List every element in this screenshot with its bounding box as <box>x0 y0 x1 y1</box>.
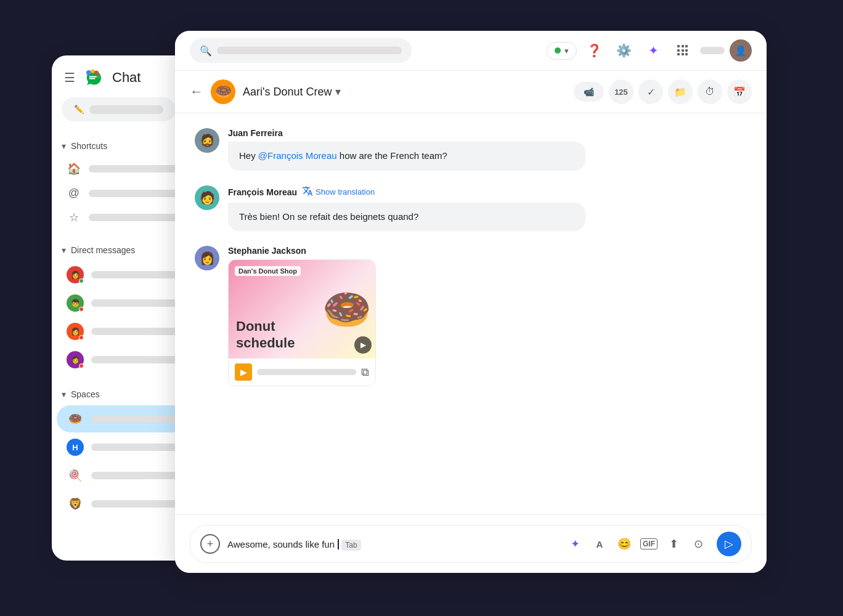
ai-assist-button[interactable]: ✦ <box>564 533 586 555</box>
home-icon: 🏠 <box>67 162 81 176</box>
card-title-text: Donut schedule <box>236 318 295 351</box>
juan-message-content: Juan Ferreira Hey @François Moreau how a… <box>228 128 747 171</box>
stephanie-sender-name: Stephanie Jackson <box>228 246 306 256</box>
francois-avatar-img: 🧑 <box>200 190 215 205</box>
card-title-line2: schedule <box>236 335 295 351</box>
dm-1-avatar: 👩 <box>67 266 84 283</box>
space-lion-icon: 🦁 <box>67 495 84 513</box>
card-title-bar <box>257 369 356 375</box>
settings-button[interactable]: ⚙️ <box>611 38 636 63</box>
sparkle-icon: ✦ <box>648 43 659 58</box>
shortcuts-title: Shortcuts <box>71 141 107 151</box>
message-group-francois: 🧑 François Moreau Show translation <box>195 185 747 232</box>
files-button[interactable]: 📁 <box>668 79 693 104</box>
folder-icon: 📁 <box>674 86 686 98</box>
video-call-button[interactable]: 📹 <box>574 82 604 102</box>
svg-point-4 <box>97 75 100 78</box>
send-button[interactable]: ▷ <box>717 532 741 556</box>
video-icon: 📹 <box>584 87 594 97</box>
chat-logo-svg <box>84 68 104 87</box>
new-chat-button[interactable]: ✏️ <box>62 97 176 121</box>
shop-label: Dan's Donut Shop <box>235 266 301 276</box>
menu-icon[interactable]: ☰ <box>64 70 75 85</box>
input-wrapper: + Awesome, sounds like fun Tab ✦ A 😊 GIF <box>190 525 752 563</box>
card-title-line1: Donut <box>236 318 275 334</box>
mention-francois: @François Moreau <box>258 150 337 161</box>
juan-avatar-img: 🧔 <box>200 133 215 148</box>
chat-header-actions: 📹 125 ✓ 📁 ⏱ 📅 <box>574 79 752 104</box>
dm-4-avatar: 👩 <box>67 351 84 368</box>
upload-button[interactable]: ⬆ <box>662 533 685 555</box>
dm-2-avatar: 👦 <box>67 294 84 312</box>
meetings-button[interactable]: ⏱ <box>698 79 722 104</box>
status-green-dot <box>555 47 561 54</box>
space-h-icon: H <box>67 439 84 456</box>
upload-icon: ⬆ <box>669 537 678 551</box>
add-attachment-button[interactable]: + <box>200 534 220 554</box>
calendar-icon: 📅 <box>733 86 746 98</box>
header-icons: ▾ ❓ ⚙️ ✦ <box>547 38 752 63</box>
gemini-button[interactable]: ✦ <box>641 38 666 63</box>
format-text-button[interactable]: A <box>588 533 611 555</box>
chat-window: 🔍 ▾ ❓ ⚙️ ✦ <box>175 31 767 573</box>
tasks-button[interactable]: ✓ <box>638 79 663 104</box>
stephanie-sender-row: Stephanie Jackson <box>228 246 747 256</box>
dm-4-status-dot <box>79 363 84 368</box>
dm-title: Direct messages <box>71 245 135 255</box>
card-play-icon[interactable]: ▶ <box>235 363 252 381</box>
starred-icon: ☆ <box>67 211 81 224</box>
message-input-area: + Awesome, sounds like fun Tab ✦ A 😊 GIF <box>175 514 767 573</box>
app-title: Chat <box>112 70 140 86</box>
search-icon: 🔍 <box>200 45 212 57</box>
spaces-chevron-icon: ▾ <box>62 389 66 399</box>
gif-button[interactable]: GIF <box>638 533 660 555</box>
dm-2-status-dot <box>79 307 84 312</box>
calendar-time-icon: ⏱ <box>705 86 715 97</box>
dm-chevron-icon: ▾ <box>62 245 66 255</box>
user-profile-avatar[interactable]: 👤 <box>730 39 752 62</box>
translate-icon <box>302 185 313 199</box>
new-chat-icon: ✏️ <box>74 105 84 114</box>
more-options-button[interactable]: ⊙ <box>687 533 709 555</box>
search-box[interactable]: 🔍 <box>190 38 412 63</box>
space-candy-icon: 🍭 <box>67 467 84 484</box>
messages-area: 🧔 Juan Ferreira Hey @François Moreau how… <box>175 113 767 514</box>
more-options-icon: ⊙ <box>694 537 703 551</box>
show-translation-label: Show translation <box>316 187 375 197</box>
copy-button[interactable]: ⧉ <box>361 366 369 379</box>
donut-card: Dan's Donut Shop Donut schedule 🍩 ▶ <box>228 259 376 386</box>
card-footer: ▶ ⧉ <box>229 359 375 386</box>
group-name-chevron-icon[interactable]: ▾ <box>335 85 341 99</box>
stephanie-message-content: Stephanie Jackson Dan's Donut Shop Donut… <box>228 246 747 386</box>
juan-avatar: 🧔 <box>195 128 219 153</box>
top-header-bar: 🔍 ▾ ❓ ⚙️ ✦ <box>175 31 767 71</box>
group-name: Aari's Donut Crew <box>243 86 332 99</box>
apps-button[interactable] <box>670 38 695 63</box>
francois-sender-name: François Moreau <box>228 187 297 197</box>
input-text-content: Awesome, sounds like fun <box>227 539 335 549</box>
juan-sender-name: Juan Ferreira <box>228 128 283 138</box>
emoji-button[interactable]: 😊 <box>613 533 635 555</box>
user-avatar-face: 👤 <box>735 45 747 57</box>
donut-emoji-visual: 🍩 <box>322 286 372 333</box>
account-name-bar <box>700 47 725 54</box>
show-translation-button[interactable]: Show translation <box>302 185 375 199</box>
message-input[interactable]: Awesome, sounds like fun Tab <box>227 539 556 549</box>
input-actions: ✦ A 😊 GIF ⬆ ⊙ <box>564 533 709 555</box>
juan-message-bubble: Hey @François Moreau how are the French … <box>228 142 585 171</box>
members-button[interactable]: 125 <box>609 79 633 104</box>
francois-sender-row: François Moreau Show translation <box>228 185 747 199</box>
help-button[interactable]: ❓ <box>582 38 606 63</box>
status-button[interactable]: ▾ <box>547 42 577 60</box>
send-icon: ▷ <box>725 537 733 551</box>
apps-grid-icon <box>677 45 688 56</box>
calendar-button[interactable]: 📅 <box>727 79 752 104</box>
members-icon: 125 <box>614 87 628 97</box>
dm-3-avatar: 👩 <box>67 323 84 340</box>
donut-emoji-icon: 🍩 <box>322 287 372 331</box>
mentions-icon: @ <box>67 187 81 200</box>
juan-sender-row: Juan Ferreira <box>228 128 747 138</box>
back-button[interactable]: ← <box>190 84 203 100</box>
video-overlay-icon: ▶ <box>354 336 372 354</box>
space-donut-icon: 🍩 <box>67 410 84 428</box>
